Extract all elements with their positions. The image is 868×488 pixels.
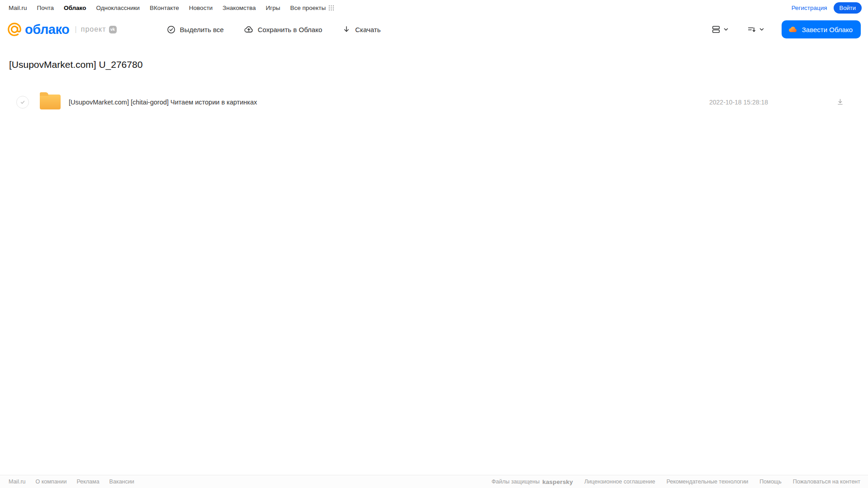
logo-wordmark: облако xyxy=(25,22,69,37)
page-title: [UsupovMarket.com] U_276780 xyxy=(9,59,859,70)
footer-link-help[interactable]: Помощь xyxy=(759,479,781,485)
nav-link-znakomstva[interactable]: Знакомства xyxy=(223,5,256,11)
nav-link-oblako[interactable]: Облако xyxy=(64,5,86,11)
chevron-down-icon xyxy=(759,27,764,32)
save-to-cloud-button[interactable]: Сохранить в Облако xyxy=(244,24,323,34)
check-circle-icon xyxy=(166,25,176,34)
cloud-icon xyxy=(788,24,798,34)
nav-link-mailru[interactable]: Mail.ru xyxy=(9,5,27,11)
select-all-label: Выделить все xyxy=(180,26,224,33)
nav-link-igry[interactable]: Игры xyxy=(266,5,280,11)
footer-link-license[interactable]: Лицензионное соглашение xyxy=(584,479,655,485)
select-all-button[interactable]: Выделить все xyxy=(166,25,224,34)
file-name-link[interactable]: [UsupovMarket.com] [chitai-gorod] Читаем… xyxy=(69,99,709,106)
nav-link-novosti[interactable]: Новости xyxy=(189,5,213,11)
nav-link-odnoklassniki[interactable]: Одноклассники xyxy=(96,5,139,11)
download-icon xyxy=(342,25,351,34)
sort-icon xyxy=(747,24,757,34)
nav-link-pochta[interactable]: Почта xyxy=(37,5,54,11)
download-button[interactable]: Скачать xyxy=(342,25,380,34)
footer-right-links: Файлы защищены kaspersky Лицензионное со… xyxy=(492,479,860,485)
top-nav-links: Mail.ru Почта Облако Одноклассники ВКонт… xyxy=(9,5,334,11)
view-mode-button[interactable] xyxy=(711,24,729,34)
chevron-down-icon xyxy=(723,27,729,32)
footer: Mail.ru О компании Реклама Вакансии Файл… xyxy=(0,475,868,488)
row-checkbox[interactable] xyxy=(16,96,29,109)
sort-button[interactable] xyxy=(747,24,764,34)
header: облако | проект vk Выделить все Сохранит… xyxy=(0,14,868,44)
footer-link-recommendation-tech[interactable]: Рекомендательные технологии xyxy=(666,479,748,485)
nav-link-vse-proekty[interactable]: Все проекты xyxy=(290,5,334,11)
login-button[interactable]: Войти xyxy=(834,2,862,14)
kaspersky-protected: Файлы защищены kaspersky xyxy=(492,479,573,485)
file-download-button[interactable] xyxy=(836,98,844,106)
nav-link-vkontakte[interactable]: ВКонтакте xyxy=(150,5,179,11)
create-cloud-button[interactable]: Завести Облако xyxy=(782,20,861,38)
folder-icon xyxy=(40,95,61,109)
vk-badge-icon: vk xyxy=(109,26,117,33)
check-icon xyxy=(19,99,26,105)
toolbar: Выделить все Сохранить в Облако Скачать xyxy=(166,24,381,34)
top-nav-right: Регистрация Войти xyxy=(792,2,862,14)
footer-link-mailru[interactable]: Mail.ru xyxy=(9,479,26,485)
top-nav: Mail.ru Почта Облако Одноклассники ВКонт… xyxy=(0,0,868,14)
at-logo-icon xyxy=(7,22,22,37)
main-content: [UsupovMarket.com] U_276780 [UsupovMarke… xyxy=(0,59,868,114)
cloud-upload-icon xyxy=(244,24,254,34)
file-row[interactable]: [UsupovMarket.com] [chitai-gorod] Читаем… xyxy=(9,90,859,114)
file-date: 2022-10-18 15:28:18 xyxy=(709,99,768,106)
footer-link-report-content[interactable]: Пожаловаться на контент xyxy=(793,479,860,485)
project-label: проект xyxy=(81,25,106,33)
grid-icon xyxy=(328,5,334,11)
download-icon xyxy=(836,98,844,106)
list-view-icon xyxy=(711,24,721,34)
registration-link[interactable]: Регистрация xyxy=(792,5,827,11)
create-cloud-label: Завести Облако xyxy=(802,26,853,33)
kaspersky-logo[interactable]: kaspersky xyxy=(542,479,573,485)
footer-link-about[interactable]: О компании xyxy=(36,479,67,485)
save-to-cloud-label: Сохранить в Облако xyxy=(258,26,323,33)
footer-link-jobs[interactable]: Вакансии xyxy=(109,479,134,485)
logo-separator: | xyxy=(75,25,76,34)
nav-link-vse-proekty-label: Все проекты xyxy=(290,5,326,11)
footer-link-ads[interactable]: Реклама xyxy=(76,479,99,485)
cloud-logo[interactable]: облако | проект vk xyxy=(7,22,117,37)
header-right: Завести Облако xyxy=(711,20,861,38)
protected-label: Файлы защищены xyxy=(492,479,540,485)
footer-left-links: Mail.ru О компании Реклама Вакансии xyxy=(9,479,134,485)
download-label: Скачать xyxy=(355,26,380,33)
